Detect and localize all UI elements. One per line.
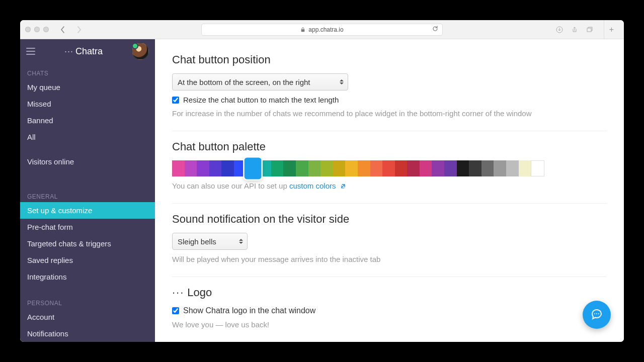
tabs-icon[interactable] xyxy=(586,26,594,34)
share-icon[interactable] xyxy=(571,26,579,34)
traffic-lights[interactable] xyxy=(25,27,49,32)
chat-bubble-icon xyxy=(590,308,604,322)
logo-row: Show Chatra logo in the chat window xyxy=(172,306,607,315)
sidebar-header: ··· Chatra xyxy=(20,39,155,64)
traffic-minimize[interactable] xyxy=(34,27,40,32)
sidebar-item-banned[interactable]: Banned xyxy=(20,112,155,129)
section-sound: Sound notification on the visitor side S… xyxy=(172,208,607,277)
main-content: Chat button position At the bottom of th… xyxy=(155,39,624,342)
sidebar-item-notifications[interactable]: Notifications xyxy=(20,325,155,342)
sidebar: ··· Chatra CHATS My queueMissedBannedAll… xyxy=(20,39,155,342)
palette-swatch[interactable] xyxy=(308,160,321,176)
position-select[interactable]: At the bottom of the screen, on the righ… xyxy=(172,73,348,90)
palette-swatch[interactable] xyxy=(358,160,370,176)
palette-title: Chat button palette xyxy=(172,140,607,153)
traffic-close[interactable] xyxy=(25,27,31,32)
palette-swatch[interactable] xyxy=(244,157,261,179)
section-logo: ···Logo Show Chatra logo in the chat win… xyxy=(172,281,607,342)
show-logo-checkbox[interactable] xyxy=(172,307,179,314)
new-tab-button[interactable]: + xyxy=(604,20,619,39)
resize-row: Resize the chat button to match the text… xyxy=(172,96,607,104)
svg-rect-1 xyxy=(587,28,591,32)
palette-swatch[interactable] xyxy=(481,160,494,176)
section-palette: Chat button palette You can also use our… xyxy=(172,135,607,204)
palette-swatch[interactable] xyxy=(469,160,481,176)
palette-swatch[interactable] xyxy=(382,160,395,176)
sound-title: Sound notification on the visitor side xyxy=(172,213,607,226)
palette-swatch[interactable] xyxy=(432,160,444,176)
palette-swatch[interactable] xyxy=(506,160,519,176)
svg-point-4 xyxy=(598,313,599,314)
sound-select[interactable]: Sleigh bells xyxy=(172,233,248,250)
palette-swatch[interactable] xyxy=(519,160,531,176)
palette-swatch[interactable] xyxy=(333,160,346,176)
reload-icon[interactable] xyxy=(432,26,438,33)
sidebar-item-visitors[interactable]: Visitors online xyxy=(20,153,155,170)
logo-dots-icon: ··· xyxy=(172,286,184,299)
chevron-updown-icon xyxy=(340,79,344,84)
brand-dots-icon: ··· xyxy=(64,46,73,57)
resize-label[interactable]: Resize the chat button to match the text… xyxy=(183,96,339,104)
sound-select-value: Sleigh bells xyxy=(178,237,216,246)
chrome-right-controls: + xyxy=(555,20,619,39)
url-host: app.chatra.io xyxy=(308,26,343,33)
svg-point-2 xyxy=(594,313,595,314)
palette-swatch[interactable] xyxy=(197,160,209,176)
palette-swatch[interactable] xyxy=(494,160,506,176)
logo-hint: We love you — love us back! xyxy=(172,319,607,331)
palette-swatch[interactable] xyxy=(271,160,284,176)
lock-icon xyxy=(300,27,305,32)
back-button[interactable] xyxy=(57,24,69,35)
sidebar-item-set-up-customize[interactable]: Set up & customize xyxy=(20,202,155,219)
show-logo-label[interactable]: Show Chatra logo in the chat window xyxy=(183,306,315,315)
chevron-updown-icon xyxy=(239,239,243,244)
palette-swatch[interactable] xyxy=(283,160,296,176)
section-label-personal: PERSONAL xyxy=(20,294,155,309)
palette-hint-prefix: You can also use our API to set up xyxy=(172,182,289,190)
resize-checkbox[interactable] xyxy=(172,97,179,104)
position-title: Chat button position xyxy=(172,53,607,66)
palette-swatch[interactable] xyxy=(444,160,457,176)
palette-swatch[interactable] xyxy=(420,160,432,176)
palette-swatch[interactable] xyxy=(345,160,358,176)
palette-swatch[interactable] xyxy=(172,160,185,176)
palette-swatch[interactable] xyxy=(209,160,222,176)
sidebar-item-pre-chat-form[interactable]: Pre-chat form xyxy=(20,219,155,235)
palette-swatch[interactable] xyxy=(296,160,308,176)
section-label-general: GENERAL xyxy=(20,187,155,202)
menu-icon[interactable] xyxy=(26,48,35,55)
section-position: Chat button position At the bottom of th… xyxy=(172,48,607,131)
palette-swatch[interactable] xyxy=(185,160,197,176)
app-body: ··· Chatra CHATS My queueMissedBannedAll… xyxy=(20,39,624,342)
palette-hint: You can also use our API to set up custo… xyxy=(172,180,607,193)
position-select-value: At the bottom of the screen, on the righ… xyxy=(178,78,310,86)
forward-button[interactable] xyxy=(73,24,85,35)
palette-swatch[interactable] xyxy=(370,160,383,176)
address-bar[interactable]: app.chatra.io xyxy=(201,24,443,36)
palette-swatch[interactable] xyxy=(531,160,544,176)
palette-swatch[interactable] xyxy=(407,160,420,176)
browser-window: app.chatra.io + ··· Chatra xyxy=(20,20,624,342)
chat-fab[interactable] xyxy=(583,301,611,329)
sidebar-item-saved-replies[interactable]: Saved replies xyxy=(20,252,155,268)
position-hint: For increase in the number of chats we r… xyxy=(172,108,607,120)
sidebar-item-missed[interactable]: Missed xyxy=(20,96,155,112)
svg-point-3 xyxy=(596,313,597,314)
sidebar-item-integrations[interactable]: Integrations xyxy=(20,268,155,285)
palette-swatch[interactable] xyxy=(457,160,469,176)
traffic-zoom[interactable] xyxy=(43,27,49,32)
palette-swatch[interactable] xyxy=(320,160,333,176)
palette-swatch[interactable] xyxy=(221,160,234,176)
avatar[interactable] xyxy=(132,43,149,60)
download-icon[interactable] xyxy=(555,26,564,34)
sidebar-item-my-queue[interactable]: My queue xyxy=(20,79,155,96)
logo-title: ···Logo xyxy=(172,286,607,299)
sidebar-item-all[interactable]: All xyxy=(20,129,155,145)
sidebar-item-account[interactable]: Account xyxy=(20,309,155,325)
external-link-icon xyxy=(340,181,346,193)
sidebar-item-targeted-chats-triggers[interactable]: Targeted chats & triggers xyxy=(20,235,155,252)
sound-hint: Will be played when your message arrives… xyxy=(172,254,607,265)
palette-row xyxy=(172,160,544,176)
custom-colors-link[interactable]: custom colors xyxy=(289,182,346,190)
palette-swatch[interactable] xyxy=(395,160,408,176)
